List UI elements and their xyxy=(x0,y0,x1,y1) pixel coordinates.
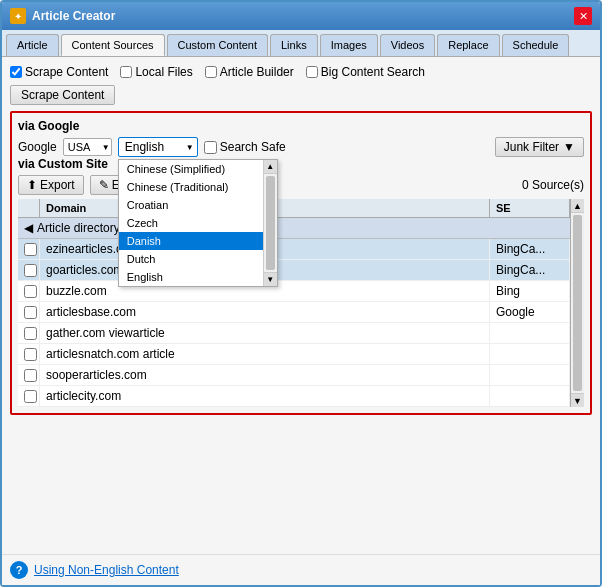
edit-icon: ✎ xyxy=(99,178,109,192)
search-safe-label: Search Safe xyxy=(220,140,286,154)
tab-videos[interactable]: Videos xyxy=(380,34,435,56)
tab-replace[interactable]: Replace xyxy=(437,34,499,56)
lang-option-english[interactable]: English xyxy=(119,268,263,286)
article-builder-check[interactable] xyxy=(205,66,217,78)
row-check[interactable] xyxy=(18,239,40,259)
title-bar: ✦ Article Creator ✕ xyxy=(2,2,600,30)
table-scrollbar: ▲ ▼ xyxy=(570,199,584,407)
action-bar: ⬆ Export ✎ Edit Cu... 0 Source(s) xyxy=(18,175,584,195)
table-row: sooperarticles.com xyxy=(18,365,570,386)
col-se: SE xyxy=(490,199,570,217)
app-icon: ✦ xyxy=(10,8,26,24)
row-check[interactable] xyxy=(18,302,40,322)
table-scroll-wrapper: Domain SE ◀ Article directory ez xyxy=(18,199,584,407)
local-files-check[interactable] xyxy=(120,66,132,78)
table-body: ezinearticles.com BingCa... goarticles.c… xyxy=(18,239,570,407)
lang-option-chinese-simplified[interactable]: Chinese (Simplified) xyxy=(119,160,263,178)
table-row: goarticles.com BingCa... xyxy=(18,260,570,281)
usa-dropdown-container: USA ▼ xyxy=(63,138,112,156)
table-header: Domain SE xyxy=(18,199,570,218)
language-dropdown-button[interactable]: English ▼ xyxy=(118,137,198,157)
tab-links[interactable]: Links xyxy=(270,34,318,56)
lang-option-croatian[interactable]: Croatian xyxy=(119,196,263,214)
tab-bar: Article Content Sources Custom Content L… xyxy=(2,30,600,57)
lang-option-chinese-traditional[interactable]: Chinese (Traditional) xyxy=(119,178,263,196)
tab-content-sources[interactable]: Content Sources xyxy=(61,34,165,56)
lang-option-czech[interactable]: Czech xyxy=(119,214,263,232)
popup-inner: Chinese (Simplified) Chinese (Traditiona… xyxy=(119,160,277,286)
footer: ? Using Non-English Content xyxy=(2,554,600,585)
search-safe-check[interactable] xyxy=(204,141,217,154)
language-dropdown-arrow: ▼ xyxy=(186,143,194,152)
tab-images[interactable]: Images xyxy=(320,34,378,56)
table-main: Domain SE ◀ Article directory ez xyxy=(18,199,570,407)
row-se: BingCa... xyxy=(490,260,570,280)
scroll-down-button[interactable]: ▼ xyxy=(571,393,584,407)
row-check[interactable] xyxy=(18,344,40,364)
table-row: ezinearticles.com BingCa... xyxy=(18,239,570,260)
help-link[interactable]: Using Non-English Content xyxy=(34,563,179,577)
col-check xyxy=(18,199,40,217)
export-icon: ⬆ xyxy=(27,178,37,192)
search-safe-group: Search Safe xyxy=(204,140,286,154)
big-content-search-checkbox[interactable]: Big Content Search xyxy=(306,65,425,79)
row-domain: articlesnatch.com article xyxy=(40,344,490,364)
scroll-up-button[interactable]: ▲ xyxy=(571,199,584,213)
tab-article[interactable]: Article xyxy=(6,34,59,56)
via-custom-label: via Custom Site xyxy=(18,157,584,171)
popup-scroll-down[interactable]: ▼ xyxy=(264,272,277,286)
article-builder-checkbox[interactable]: Article Builder xyxy=(205,65,294,79)
row-se xyxy=(490,344,570,364)
popup-scroll-thumb[interactable] xyxy=(266,176,275,270)
table-row: buzzle.com Bing xyxy=(18,281,570,302)
row-se: Google xyxy=(490,302,570,322)
junk-filter-button[interactable]: Junk Filter ▼ xyxy=(495,137,584,157)
big-content-search-check[interactable] xyxy=(306,66,318,78)
scrape-content-checkbox[interactable]: Scrape Content xyxy=(10,65,108,79)
group-header-label: Article directory xyxy=(37,221,120,235)
export-label: Export xyxy=(40,178,75,192)
article-builder-label: Article Builder xyxy=(220,65,294,79)
source-count: 0 Source(s) xyxy=(522,178,584,192)
tab-custom-content[interactable]: Custom Content xyxy=(167,34,268,56)
source-checkboxes: Scrape Content Local Files Article Build… xyxy=(10,65,592,79)
lang-option-dutch[interactable]: Dutch xyxy=(119,250,263,268)
row-check[interactable] xyxy=(18,386,40,406)
row-domain: sooperarticles.com xyxy=(40,365,490,385)
row-domain: articlecity.com xyxy=(40,386,490,406)
export-button[interactable]: ⬆ Export xyxy=(18,175,84,195)
google-text-label: Google xyxy=(18,140,57,154)
domain-table: Domain SE ◀ Article directory ez xyxy=(18,199,584,407)
popup-list: Chinese (Simplified) Chinese (Traditiona… xyxy=(119,160,263,286)
content-area: Scrape Content Local Files Article Build… xyxy=(2,57,600,554)
scroll-thumb[interactable] xyxy=(573,215,582,391)
row-se xyxy=(490,323,570,343)
popup-scrollbar: ▲ ▼ xyxy=(263,160,277,286)
scrape-content-check[interactable] xyxy=(10,66,22,78)
row-check[interactable] xyxy=(18,365,40,385)
window-title: Article Creator xyxy=(32,9,574,23)
group-collapse-icon[interactable]: ◀ xyxy=(24,221,33,235)
row-domain: articlesbase.com xyxy=(40,302,490,322)
table-row: gather.com viewarticle xyxy=(18,323,570,344)
language-dropdown-container: English ▼ Chinese (Simplified) Chinese (… xyxy=(118,137,198,157)
row-check[interactable] xyxy=(18,323,40,343)
local-files-checkbox[interactable]: Local Files xyxy=(120,65,192,79)
usa-dropdown[interactable]: USA xyxy=(63,138,112,156)
lang-option-danish[interactable]: Danish xyxy=(119,232,263,250)
close-button[interactable]: ✕ xyxy=(574,7,592,25)
popup-scroll-up[interactable]: ▲ xyxy=(264,160,277,174)
row-se xyxy=(490,365,570,385)
scrape-content-label: Scrape Content xyxy=(25,65,108,79)
language-dropdown-popup: Chinese (Simplified) Chinese (Traditiona… xyxy=(118,159,278,287)
language-selected-value: English xyxy=(125,140,164,154)
tab-schedule[interactable]: Schedule xyxy=(502,34,570,56)
scrape-content-button[interactable]: Scrape Content xyxy=(10,85,115,105)
row-se: Bing xyxy=(490,281,570,301)
via-google-label: via Google xyxy=(18,119,584,133)
row-check[interactable] xyxy=(18,281,40,301)
row-se: BingCa... xyxy=(490,239,570,259)
junk-filter-arrow: ▼ xyxy=(563,140,575,154)
row-check[interactable] xyxy=(18,260,40,280)
table-row: articlesbase.com Google xyxy=(18,302,570,323)
